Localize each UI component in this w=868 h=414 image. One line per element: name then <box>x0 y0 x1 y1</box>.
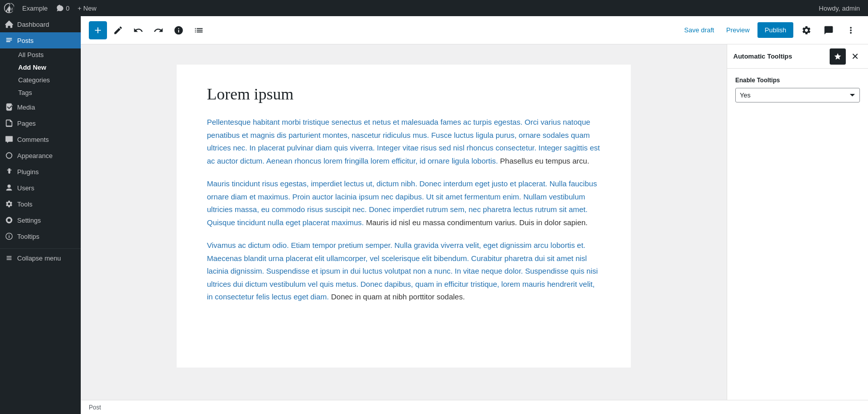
preview-button[interactable]: Preview <box>722 23 753 37</box>
collapse-menu-button[interactable]: Collapse menu <box>0 248 81 267</box>
posts-submenu: All Posts Add New Categories Tags <box>0 48 81 99</box>
sidebar-item-users[interactable]: Users <box>0 180 81 196</box>
sidebar-item-tools[interactable]: Tools <box>0 196 81 212</box>
sidebar-item-posts[interactable]: Posts <box>0 32 81 48</box>
redo-button[interactable] <box>149 21 168 39</box>
save-draft-button[interactable]: Save draft <box>680 23 718 37</box>
sidebar-item-media[interactable]: Media <box>0 99 81 115</box>
sidebar-item-tags[interactable]: Tags <box>13 86 81 99</box>
right-panel: Automatic Tooltips ✕ Enable Tooltips Yes… <box>727 44 868 400</box>
right-panel-body: Enable Tooltips Yes No <box>727 69 868 400</box>
panel-close-button[interactable]: ✕ <box>848 49 862 64</box>
undo-button[interactable] <box>129 21 147 39</box>
sidebar-item-pages[interactable]: Pages <box>0 115 81 131</box>
publish-button[interactable]: Publish <box>757 22 793 38</box>
sidebar-item-settings-label: Settings <box>17 217 41 224</box>
settings-button[interactable] <box>797 21 816 39</box>
paragraph-3: Vivamus ac dictum odio. Etiam tempor pre… <box>207 239 601 303</box>
wp-logo[interactable] <box>4 3 14 13</box>
edit-button[interactable] <box>109 21 127 39</box>
sidebar-item-plugins-label: Plugins <box>17 168 39 176</box>
toolbar-right: Save draft Preview Publish <box>680 21 860 39</box>
editor-scroll-area[interactable]: Lorem ipsum Pellentesque habitant morbi … <box>81 44 727 400</box>
sidebar-item-media-label: Media <box>17 104 35 111</box>
new-content-link[interactable]: + New <box>74 5 100 12</box>
post-title[interactable]: Lorem ipsum <box>207 85 601 104</box>
sidebar-item-all-posts[interactable]: All Posts <box>13 48 81 61</box>
list-view-button[interactable] <box>190 21 208 39</box>
status-bar: Post <box>81 400 868 414</box>
more-options-button[interactable] <box>842 21 860 39</box>
right-panel-title: Automatic Tooltips <box>733 53 830 60</box>
editor-toolbar: Save draft Preview Publish <box>81 16 868 44</box>
sidebar-item-tooltips[interactable]: Tooltips <box>0 228 81 244</box>
comments-link[interactable]: 0 <box>52 4 74 12</box>
sidebar-item-tooltips-label: Tooltips <box>17 233 39 240</box>
sidebar-item-appearance[interactable]: Appearance <box>0 147 81 164</box>
paragraph-1: Pellentesque habitant morbi tristique se… <box>207 116 601 167</box>
sidebar-item-dashboard-label: Dashboard <box>17 21 49 28</box>
comments-panel-button[interactable] <box>820 21 838 39</box>
sidebar-item-users-label: Users <box>17 184 34 192</box>
sidebar: Dashboard Posts All Posts Add New Catego… <box>0 16 81 414</box>
sidebar-item-dashboard[interactable]: Dashboard <box>0 16 81 32</box>
svg-rect-2 <box>9 236 10 238</box>
right-panel-header: Automatic Tooltips ✕ <box>727 44 868 69</box>
panel-star-button[interactable] <box>830 48 846 65</box>
sidebar-item-tools-label: Tools <box>17 200 32 208</box>
status-label: Post <box>89 404 101 411</box>
sidebar-item-settings[interactable]: Settings <box>0 212 81 228</box>
add-block-button[interactable] <box>89 21 107 39</box>
editor-canvas: Lorem ipsum Pellentesque habitant morbi … <box>177 65 631 368</box>
site-name[interactable]: Example <box>18 5 52 12</box>
sidebar-item-plugins[interactable]: Plugins <box>0 164 81 180</box>
sidebar-item-categories[interactable]: Categories <box>13 74 81 86</box>
howdy-label: Howdy, admin <box>819 5 860 12</box>
sidebar-item-add-new[interactable]: Add New <box>13 61 81 74</box>
svg-point-1 <box>9 235 10 236</box>
sidebar-item-appearance-label: Appearance <box>17 152 52 160</box>
paragraph-2: Mauris tincidunt risus egestas, imperdie… <box>207 177 601 229</box>
sidebar-item-pages-label: Pages <box>17 120 36 127</box>
admin-bar: Example 0 + New Howdy, admin <box>0 0 868 16</box>
sidebar-item-posts-label: Posts <box>17 37 34 44</box>
info-button[interactable] <box>170 21 188 39</box>
sidebar-item-comments-label: Comments <box>17 136 49 143</box>
sidebar-item-comments[interactable]: Comments <box>0 131 81 147</box>
enable-tooltips-label: Enable Tooltips <box>735 77 860 84</box>
enable-tooltips-select[interactable]: Yes No <box>735 88 860 102</box>
